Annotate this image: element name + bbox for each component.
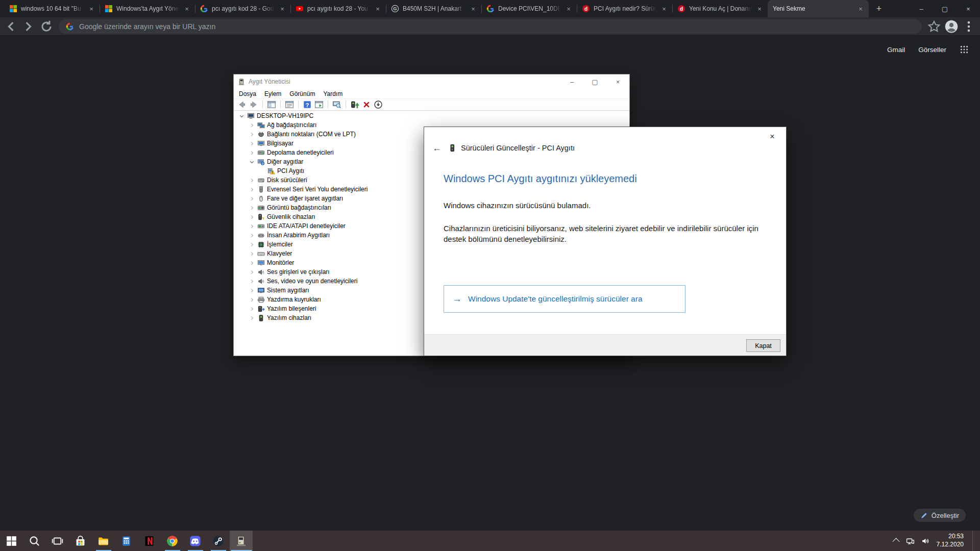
dm-menu-eylem[interactable]: Eylem (260, 90, 285, 97)
tree-item-label: Depolama denetleyicileri (267, 149, 334, 156)
browser-tab[interactable]: dYeni Konu Aç | Donanım× (672, 0, 768, 17)
taskbar-clock[interactable]: 20:53 7.12.2020 (937, 533, 964, 548)
address-bar[interactable]: Google üzerinde arayın veya bir URL yazı… (59, 19, 922, 34)
chevron-down-icon[interactable] (248, 158, 255, 165)
search-windows-update-button[interactable]: → Windows Update'te güncelleştirilmiş sü… (444, 285, 685, 313)
tree-item[interactable]: DESKTOP-VH19IPC (234, 111, 629, 120)
browser-tab[interactable]: dPCI Aygıtı nedir? Sürüc× (577, 0, 672, 17)
chevron-right-icon[interactable] (248, 121, 255, 129)
browser-tab[interactable]: pcı aygıtı kod 28 - Goog× (195, 0, 290, 17)
dialog-back-icon[interactable]: ← (430, 141, 444, 155)
taskbar-search-button[interactable] (23, 531, 46, 551)
chevron-right-icon[interactable] (248, 140, 255, 147)
chevron-right-icon[interactable] (248, 278, 255, 285)
volume-tray-icon[interactable] (921, 537, 930, 545)
chevron-right-icon[interactable] (248, 232, 255, 239)
chevron-right-icon[interactable] (248, 241, 255, 248)
dm-menu-dosya[interactable]: Dosya (235, 90, 260, 97)
new-tab-button[interactable]: + (872, 2, 886, 16)
console-tree-toolbar-icon[interactable] (267, 100, 276, 109)
browser-forward-icon[interactable] (21, 19, 36, 34)
taskbar-store-button[interactable] (69, 531, 92, 551)
taskbar-discord-button[interactable] (184, 531, 207, 551)
chevron-right-icon[interactable] (248, 186, 255, 193)
tab-close-icon[interactable]: × (183, 5, 191, 13)
chevron-right-icon[interactable] (248, 250, 255, 257)
dm-menu-grnm[interactable]: Görünüm (285, 90, 319, 97)
browser-tab[interactable]: windows 10 64 bit "Bu a× (4, 0, 100, 17)
browser-menu-kebab-icon[interactable] (962, 19, 976, 34)
discord-icon (189, 535, 201, 547)
taskbar-steam-button[interactable] (207, 531, 230, 551)
properties-toolbar-icon[interactable] (285, 100, 294, 109)
taskbar-chrome-button[interactable] (161, 531, 184, 551)
donanimhaber-favicon: d (677, 5, 685, 13)
dm-maximize-button[interactable]: ▢ (583, 74, 606, 89)
tab-close-icon[interactable]: × (374, 5, 382, 13)
dm-minimize-button[interactable]: – (560, 74, 583, 89)
show-desktop-button[interactable] (972, 531, 975, 551)
scan-hardware-toolbar-icon[interactable] (332, 100, 341, 109)
chevron-right-icon[interactable] (248, 149, 255, 156)
network-tray-icon[interactable] (906, 537, 915, 545)
browser-maximize-button[interactable]: ▢ (933, 0, 957, 17)
dm-close-button[interactable]: × (606, 74, 629, 89)
browser-tab[interactable]: pcı aygıtı kod 28 - YouT× (290, 0, 386, 17)
chevron-right-icon[interactable] (248, 131, 255, 138)
tray-chevron-up-icon[interactable] (892, 538, 899, 545)
taskbar-file-explorer-button[interactable] (92, 531, 115, 551)
dialog-close-icon[interactable]: × (766, 130, 779, 143)
browser-tab[interactable]: Yeni Sekme× (768, 0, 869, 17)
taskbar-netflix-button[interactable] (138, 531, 161, 551)
chevron-right-icon[interactable] (248, 222, 255, 230)
taskbar-device-manager-button[interactable] (230, 531, 253, 551)
chevron-right-icon[interactable] (248, 296, 255, 303)
update-driver-toolbar-icon[interactable] (350, 100, 359, 109)
forward-toolbar-icon[interactable] (249, 100, 258, 109)
chevron-right-icon[interactable] (248, 213, 255, 220)
tab-close-icon[interactable]: × (87, 5, 95, 13)
browser-tab[interactable]: GB450M S2H | Anakart -× (386, 0, 481, 17)
chevron-right-icon[interactable] (248, 314, 255, 321)
taskbar-start-button[interactable] (0, 531, 23, 551)
chevron-right-icon[interactable] (248, 268, 255, 276)
chevron-right-icon[interactable] (248, 305, 255, 312)
svg-text:?: ? (262, 161, 264, 165)
tab-close-icon[interactable]: × (856, 5, 865, 13)
taskbar-task-view-button[interactable] (46, 531, 69, 551)
uninstall-toolbar-icon[interactable] (362, 100, 371, 109)
profile-avatar-icon[interactable] (944, 19, 959, 34)
back-toolbar-icon[interactable] (237, 100, 247, 109)
close-dialog-button[interactable]: Kapat (746, 339, 780, 352)
google-apps-grid-icon[interactable] (960, 45, 969, 54)
processors-icon (257, 241, 265, 248)
dm-menu-yardm[interactable]: Yardım (319, 90, 347, 97)
action-pane-toolbar-icon[interactable] (314, 100, 324, 109)
images-link[interactable]: Görseller (918, 46, 946, 54)
browser-tab[interactable]: Windows'ta Aygıt Yönet× (100, 0, 195, 17)
chevron-down-icon[interactable] (238, 112, 245, 119)
browser-tab[interactable]: Device PCI\VEN_10DE8× (481, 0, 577, 17)
network-adapters-icon (257, 121, 265, 129)
browser-back-icon[interactable] (4, 19, 18, 34)
browser-close-button[interactable]: × (957, 0, 980, 17)
customize-button[interactable]: Özelleştir (914, 509, 966, 522)
chevron-right-icon[interactable] (248, 204, 255, 211)
tab-close-icon[interactable]: × (660, 5, 668, 13)
chevron-right-icon[interactable] (248, 177, 255, 184)
device-manager-titlebar[interactable]: Aygıt Yöneticisi – ▢ × (234, 74, 629, 89)
tab-close-icon[interactable]: × (469, 5, 477, 13)
disable-toolbar-icon[interactable] (374, 100, 383, 109)
chevron-right-icon[interactable] (248, 259, 255, 266)
bookmark-star-icon[interactable] (927, 19, 941, 34)
tab-close-icon[interactable]: × (278, 5, 286, 13)
tab-close-icon[interactable]: × (565, 5, 573, 13)
help-toolbar-icon[interactable]: ? (303, 100, 312, 109)
chevron-right-icon[interactable] (248, 195, 255, 202)
tab-close-icon[interactable]: × (755, 5, 764, 13)
taskbar-calculator-button[interactable] (115, 531, 138, 551)
reload-icon[interactable] (39, 19, 54, 34)
gmail-link[interactable]: Gmail (887, 46, 905, 54)
chevron-right-icon[interactable] (248, 287, 255, 294)
browser-minimize-button[interactable]: – (910, 0, 933, 17)
